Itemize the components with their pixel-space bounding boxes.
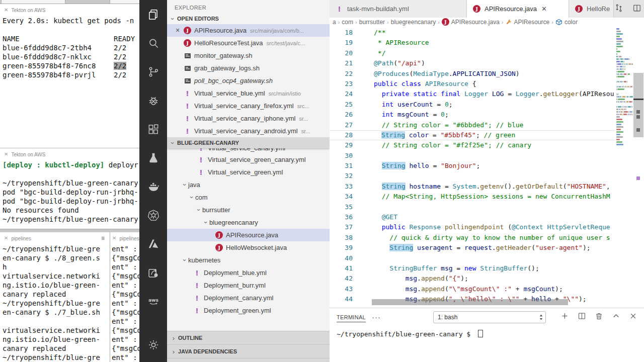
breadcrumb-item[interactable]: burrsutter xyxy=(359,19,385,26)
hamburger-menu-icon[interactable]: ≡ xyxy=(101,235,105,242)
code-line[interactable]: 30 xyxy=(330,151,615,161)
deploy-log-terminal[interactable]: ✕ Tekton on AWS [deploy : kubctl-deploy]… xyxy=(0,148,139,229)
code-line[interactable]: 39 String useragent = request.getHeader(… xyxy=(330,243,615,253)
terminal-output[interactable]: ~/tryopenshift/blue-green-canary $ xyxy=(330,326,644,338)
close-icon[interactable]: ✕ xyxy=(541,5,547,13)
kubernetes-icon[interactable] xyxy=(139,201,167,229)
horizontal-scrollbar-thumb[interactable] xyxy=(372,299,568,305)
code-line[interactable]: 38 // quick & dirty way to know the numb… xyxy=(330,233,615,243)
aws-icon[interactable]: aws xyxy=(139,287,167,315)
code-line[interactable]: 35 xyxy=(330,202,615,212)
breadcrumb-item[interactable]: bluegreencanary xyxy=(391,19,436,26)
code-line[interactable]: 31 String hello = "Bonjour"; xyxy=(330,161,615,171)
split-editor-icon[interactable] xyxy=(632,3,642,15)
explorer-icon[interactable] xyxy=(139,0,167,29)
pipelines-terminal-right[interactable]: ✕ pipelines ent" : "{"msgCouent" : "{"ms… xyxy=(110,232,139,362)
open-editor-item[interactable]: !Virtual_service_blue.ymlsrc/main/istio xyxy=(167,87,330,100)
source-control-icon[interactable] xyxy=(139,57,167,86)
tree-item[interactable]: ›com xyxy=(167,191,330,204)
tree-item[interactable]: !Deployment_blue.yml xyxy=(167,266,330,279)
code-line[interactable]: 28 String color = "#5bbf45"; // green xyxy=(330,130,615,140)
code-line[interactable]: 27 // String color = "#6bbded"; // blue xyxy=(330,120,615,130)
terminal-window-tab[interactable] xyxy=(1,0,65,4)
terminal-panel-tab[interactable]: TERMINAL xyxy=(337,314,366,322)
maximize-panel-icon[interactable] xyxy=(611,311,621,323)
tree-item[interactable]: !Virtual_service_green_canary.yml xyxy=(167,153,330,166)
code-line[interactable]: 22@Produces(MediaType.APPLICATION_JSON) xyxy=(330,69,615,79)
pipelines-terminal-left[interactable]: ✕ pipelines ≡ ~/tryopenshift/blue-green-… xyxy=(0,232,110,362)
breadcrumb[interactable]: a›com›burrsutter›bluegreencanary›JAPIRes… xyxy=(330,18,644,26)
tree-item[interactable]: ›kubernetes xyxy=(167,254,330,266)
kill-terminal-icon[interactable] xyxy=(594,311,604,323)
debug-icon[interactable] xyxy=(139,86,167,115)
code-line[interactable]: 37 public Response pollingendpoint (@Con… xyxy=(330,222,615,232)
scrollbar-thumb[interactable] xyxy=(633,73,643,137)
horizontal-scrollbar[interactable] xyxy=(353,299,615,305)
open-editor-item[interactable]: poll_bgc_ocp4_gateway.sh xyxy=(167,74,330,87)
tree-item[interactable]: !Virtual_service_green.yml xyxy=(167,166,330,178)
editor-tab[interactable]: JAPIResource.java✕ xyxy=(467,0,569,18)
editor-tab[interactable]: !task-mvn-buildah.yml xyxy=(330,0,467,18)
code-line[interactable]: 40 xyxy=(330,253,615,263)
breadcrumb-item[interactable]: com xyxy=(342,19,353,26)
section-header-outline[interactable]: ›OUTLINE xyxy=(167,331,330,344)
close-icon[interactable]: ✕ xyxy=(4,8,8,13)
code-line[interactable]: 18/** xyxy=(330,28,615,38)
code-lines[interactable]: 18/**19 * APIResource20 */21@Path("/api"… xyxy=(330,28,615,305)
code-line[interactable]: 43 msg.append("\"msgCount\" :" + msgCoun… xyxy=(330,284,615,294)
code-line[interactable]: 21@Path("/api") xyxy=(330,58,615,68)
new-terminal-icon[interactable] xyxy=(560,311,570,323)
code-line[interactable]: 26 int msgCount = 0; xyxy=(330,110,615,120)
overview-ruler-scrollbar[interactable] xyxy=(633,26,644,308)
tree-item[interactable]: !Deployment_burr.yml xyxy=(167,279,330,292)
breadcrumb-item[interactable]: APIResource xyxy=(506,19,550,26)
code-line[interactable]: 20 */ xyxy=(330,48,615,58)
section-header-maven-projects[interactable]: ›MAVEN PROJECTS xyxy=(167,358,330,362)
open-changes-icon[interactable] xyxy=(614,3,624,15)
test-flask-icon[interactable] xyxy=(139,143,167,172)
code-line[interactable]: 23public class APIResource { xyxy=(330,79,615,89)
code-line[interactable]: 25 int userCount = 0; xyxy=(330,100,615,110)
code-line[interactable]: 34 // Map<String, HttpSession> sessions … xyxy=(330,192,615,202)
tree-item[interactable]: !Virtual_service_canary.yml xyxy=(167,148,330,153)
code-line[interactable]: 24 private static final Logger LOG = Log… xyxy=(330,89,615,99)
code-line[interactable]: 29 // String color = "#f2f25e"; // canar… xyxy=(330,140,615,150)
project-section-header[interactable]: › BLUE-GREEN-CANARY xyxy=(167,137,330,148)
watch-pods-terminal[interactable]: ✕ Tekton on AWS Every 2.0s: kubectl get … xyxy=(0,4,139,148)
deploy-share-icon[interactable] xyxy=(139,258,167,287)
open-editor-item[interactable]: monitor_gateway.sh xyxy=(167,49,330,62)
code-line[interactable]: 19 * APIResource xyxy=(330,38,615,48)
open-editor-item[interactable]: JHelloResourceTest.javasrc/test/java/c..… xyxy=(167,37,330,49)
code-line[interactable]: 41 StringBuffer msg = new StringBuffer()… xyxy=(330,263,615,274)
open-editor-item[interactable]: ✕JAPIResource.javasrc/main/java/com/b... xyxy=(167,24,330,37)
code-line[interactable]: 33 String hostname = System.getenv().get… xyxy=(330,182,615,192)
open-editor-item[interactable]: !Virtual_service_canary_iphone.ymlsr... xyxy=(167,112,330,125)
code-editor[interactable]: 18/**19 * APIResource20 */21@Path("/api"… xyxy=(330,26,644,308)
shell-selector-dropdown[interactable]: 1: bash xyxy=(433,311,546,323)
code-line[interactable]: 42 msg.append("{"); xyxy=(330,274,615,284)
close-icon[interactable]: ✕ xyxy=(174,27,182,34)
terminal-window-tab[interactable] xyxy=(110,0,140,4)
extensions-icon[interactable] xyxy=(139,115,167,143)
close-icon[interactable]: ✕ xyxy=(4,152,8,157)
section-header-java-dependencies[interactable]: ›JAVA DEPENDENCIES xyxy=(167,344,330,358)
terminal-window-tabbar[interactable] xyxy=(0,0,139,4)
docker-icon[interactable] xyxy=(139,172,167,201)
tree-item[interactable]: ›bluegreencanary xyxy=(167,216,330,229)
minimap[interactable] xyxy=(615,26,633,308)
breadcrumb-item[interactable]: JAPIResource.java xyxy=(442,18,500,26)
close-icon[interactable]: ✕ xyxy=(112,236,116,241)
open-editors-section-header[interactable]: › OPEN EDITORS xyxy=(167,13,330,24)
breadcrumb-item[interactable]: color xyxy=(555,19,578,26)
tree-item[interactable]: !Deployment_green.yml xyxy=(167,304,330,317)
open-editor-item[interactable]: grab_gateway_logs.sh xyxy=(167,62,330,74)
breadcrumb-item[interactable]: a xyxy=(333,19,336,26)
search-icon[interactable] xyxy=(139,29,167,57)
tree-item[interactable]: ›burrsutter xyxy=(167,204,330,216)
editor-tab[interactable]: JHelloRe xyxy=(569,0,614,18)
close-panel-icon[interactable] xyxy=(628,311,638,323)
tree-item[interactable]: ›java xyxy=(167,178,330,191)
code-line[interactable]: 36 @GET xyxy=(330,212,615,222)
tree-item[interactable]: JAPIResource.java xyxy=(167,229,330,241)
tree-item[interactable]: !Service_blue.yml xyxy=(167,317,330,321)
